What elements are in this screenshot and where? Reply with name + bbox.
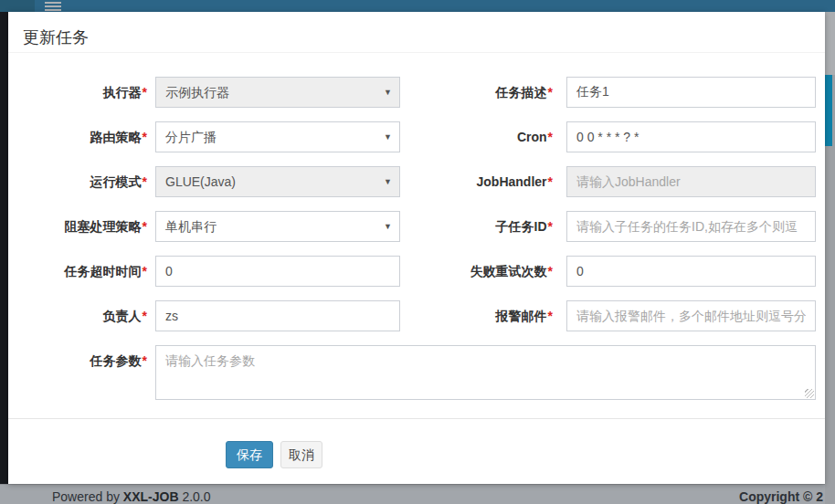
child-jobid-input[interactable] bbox=[566, 211, 816, 242]
route-strategy-value: 分片广播 bbox=[165, 130, 217, 144]
fail-retry-label: 失败重试次数* bbox=[414, 256, 553, 287]
job-handler-input bbox=[566, 166, 816, 197]
fail-retry-input[interactable] bbox=[566, 256, 816, 287]
glue-type-label: 运行模式* bbox=[8, 166, 147, 197]
job-desc-input[interactable] bbox=[566, 77, 816, 108]
block-strategy-select[interactable]: 单机串行 ▼ bbox=[155, 211, 400, 242]
required-mark: * bbox=[143, 353, 147, 368]
executor-select: 示例执行器 ▼ bbox=[155, 77, 400, 108]
required-mark: * bbox=[548, 309, 553, 323]
required-mark: * bbox=[143, 85, 147, 100]
cron-input[interactable] bbox=[566, 121, 816, 152]
executor-value: 示例执行器 bbox=[165, 85, 229, 100]
executor-label: 执行器* bbox=[8, 77, 147, 108]
job-param-textarea[interactable] bbox=[155, 345, 816, 400]
top-navbar bbox=[0, 0, 835, 12]
author-input[interactable] bbox=[155, 300, 400, 331]
caret-down-icon: ▼ bbox=[384, 78, 392, 107]
version-text: 2.0.0 bbox=[182, 489, 210, 504]
update-task-modal: 更新任务 执行器* 示例执行器 ▼ 任务描述* 路由策略* 分片广播 ▼ Cro… bbox=[8, 12, 825, 484]
caret-down-icon: ▼ bbox=[384, 212, 392, 241]
cron-label: Cron* bbox=[414, 121, 553, 152]
route-strategy-label: 路由策略* bbox=[8, 121, 147, 152]
job-handler-label: JobHandler* bbox=[414, 166, 553, 197]
child-jobid-label: 子任务ID* bbox=[414, 211, 553, 242]
job-desc-label: 任务描述* bbox=[414, 77, 553, 108]
footer-powered-by: Powered by XXL-JOB 2.0.0 bbox=[52, 489, 211, 504]
logo-area bbox=[0, 0, 35, 12]
glue-type-select: GLUE(Java) ▼ bbox=[155, 166, 400, 197]
required-mark: * bbox=[143, 130, 147, 144]
textarea-resize-handle[interactable] bbox=[805, 389, 814, 398]
required-mark: * bbox=[143, 264, 147, 278]
sidebar-edge bbox=[0, 12, 8, 484]
timeout-label: 任务超时时间* bbox=[8, 256, 147, 287]
title-divider bbox=[8, 52, 825, 53]
required-mark: * bbox=[548, 264, 553, 278]
job-param-label: 任务参数* bbox=[8, 345, 147, 376]
scrollbar-thumb[interactable] bbox=[825, 75, 832, 146]
save-button[interactable]: 保存 bbox=[226, 441, 273, 468]
route-strategy-select[interactable]: 分片广播 ▼ bbox=[155, 121, 400, 152]
required-mark: * bbox=[143, 309, 147, 323]
author-label: 负责人* bbox=[8, 300, 147, 331]
block-strategy-label: 阻塞处理策略* bbox=[8, 211, 147, 242]
required-mark: * bbox=[548, 174, 553, 189]
cancel-button[interactable]: 取消 bbox=[280, 441, 322, 468]
caret-down-icon: ▼ bbox=[384, 122, 392, 152]
modal-title: 更新任务 bbox=[23, 26, 89, 48]
hamburger-menu-icon[interactable] bbox=[45, 2, 61, 12]
required-mark: * bbox=[548, 85, 553, 100]
glue-type-value: GLUE(Java) bbox=[165, 174, 236, 189]
brand-text: XXL-JOB bbox=[123, 489, 179, 504]
page-footer: Powered by XXL-JOB 2.0.0 Copyright © 2 bbox=[0, 484, 835, 504]
required-mark: * bbox=[143, 174, 147, 189]
caret-down-icon: ▼ bbox=[384, 167, 392, 196]
scrollbar-track bbox=[825, 12, 835, 75]
scrollbar[interactable] bbox=[825, 12, 835, 504]
footer-divider bbox=[8, 418, 825, 419]
required-mark: * bbox=[143, 219, 147, 234]
timeout-input[interactable] bbox=[155, 256, 400, 287]
block-strategy-value: 单机串行 bbox=[165, 219, 217, 234]
alarm-email-label: 报警邮件* bbox=[414, 300, 553, 331]
alarm-email-input[interactable] bbox=[566, 300, 816, 331]
powered-by-text: Powered by bbox=[52, 489, 120, 504]
required-mark: * bbox=[548, 219, 553, 234]
footer-copyright: Copyright © 2 bbox=[739, 489, 823, 504]
required-mark: * bbox=[548, 130, 553, 144]
